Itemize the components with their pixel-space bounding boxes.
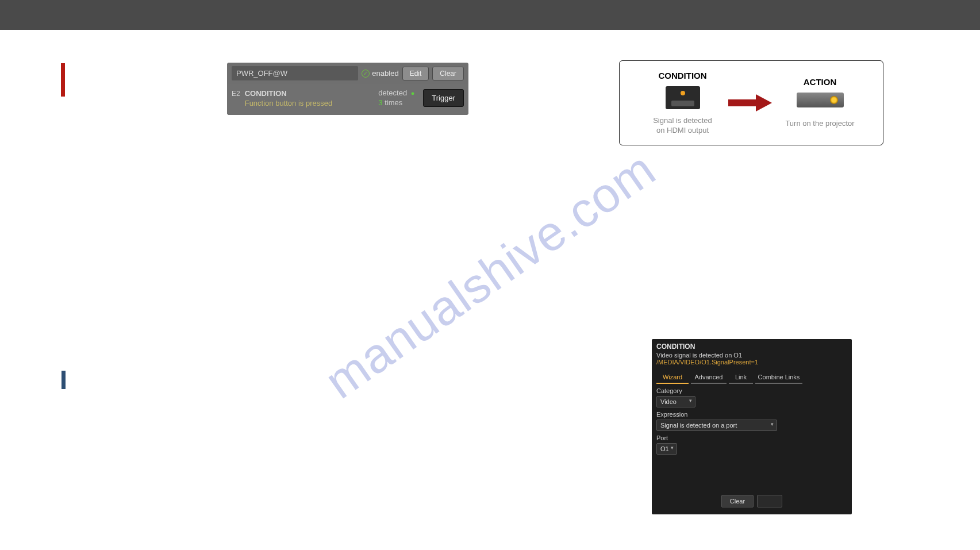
config-clear-button[interactable]: Clear bbox=[721, 495, 754, 507]
expression-field: Expression Signal is detected on a port bbox=[652, 407, 852, 431]
category-label: Category bbox=[656, 387, 847, 394]
detected-block: detected ● 3 times bbox=[378, 89, 418, 108]
diagram-action-caption: Turn on the projector bbox=[785, 119, 854, 129]
section-marker-blue bbox=[62, 371, 66, 389]
expression-label: Expression bbox=[656, 411, 847, 418]
hdmi-device-icon bbox=[666, 86, 700, 109]
detected-label: detected bbox=[378, 89, 407, 97]
detected-count: 3 bbox=[378, 98, 382, 107]
port-label: Port bbox=[656, 434, 847, 441]
config-path: /MEDIA/VIDEO/O1.SignalPresent=1 bbox=[652, 359, 852, 369]
projector-icon bbox=[797, 93, 844, 107]
condition-action-diagram: CONDITION Signal is detected on HDMI out… bbox=[619, 60, 883, 145]
config-button-row: Clear bbox=[652, 495, 852, 510]
port-field: Port O1 bbox=[652, 431, 852, 455]
expression-select[interactable]: Signal is detected on a port bbox=[656, 420, 777, 431]
enabled-label: enabled bbox=[372, 69, 398, 78]
diagram-condition-caption: Signal is detected on HDMI output bbox=[653, 116, 712, 136]
event-panel: PWR_OFF@W ✓ enabled Edit Clear E2 CONDIT… bbox=[227, 63, 468, 115]
event-name[interactable]: PWR_OFF@W bbox=[232, 66, 358, 80]
config-tabs: Wizard Advanced Link Combine Links bbox=[652, 371, 852, 384]
tab-combine-links[interactable]: Combine Links bbox=[755, 371, 802, 384]
check-icon: ✓ bbox=[362, 70, 370, 78]
diagram-action-title: ACTION bbox=[804, 77, 837, 87]
config-header: CONDITION bbox=[652, 339, 852, 352]
condition-title: CONDITION bbox=[245, 89, 374, 98]
diagram-condition-title: CONDITION bbox=[658, 71, 706, 80]
diagram-condition-column: CONDITION Signal is detected on HDMI out… bbox=[637, 71, 728, 136]
tab-link[interactable]: Link bbox=[729, 371, 753, 384]
diagram-action-column: ACTION Turn on the projector bbox=[774, 77, 866, 129]
times-label: times bbox=[385, 98, 402, 107]
enabled-indicator: ✓ enabled bbox=[362, 69, 398, 78]
config-description: Video signal is detected on O1 bbox=[652, 352, 852, 359]
condition-description: Function button is pressed bbox=[245, 99, 374, 107]
clear-button[interactable]: Clear bbox=[432, 67, 464, 80]
arrow-icon bbox=[728, 94, 774, 111]
event-body: E2 CONDITION Function button is pressed … bbox=[227, 84, 468, 115]
tab-advanced[interactable]: Advanced bbox=[691, 371, 727, 384]
condition-config-panel: CONDITION Video signal is detected on O1… bbox=[652, 339, 852, 514]
trigger-button[interactable]: Trigger bbox=[423, 89, 464, 107]
edit-button[interactable]: Edit bbox=[402, 67, 429, 80]
tab-wizard[interactable]: Wizard bbox=[656, 371, 689, 384]
watermark: manualshive.com bbox=[314, 140, 665, 409]
port-select[interactable]: O1 bbox=[656, 443, 677, 455]
event-header: PWR_OFF@W ✓ enabled Edit Clear bbox=[227, 63, 468, 84]
config-apply-button[interactable] bbox=[757, 495, 782, 507]
top-bar bbox=[0, 0, 980, 30]
detected-dot-icon: ● bbox=[411, 90, 415, 97]
category-field: Category Video bbox=[652, 384, 852, 407]
condition-block: CONDITION Function button is pressed bbox=[245, 89, 374, 107]
category-select[interactable]: Video bbox=[656, 396, 695, 407]
event-id: E2 bbox=[232, 89, 240, 98]
section-marker-red bbox=[61, 63, 65, 97]
